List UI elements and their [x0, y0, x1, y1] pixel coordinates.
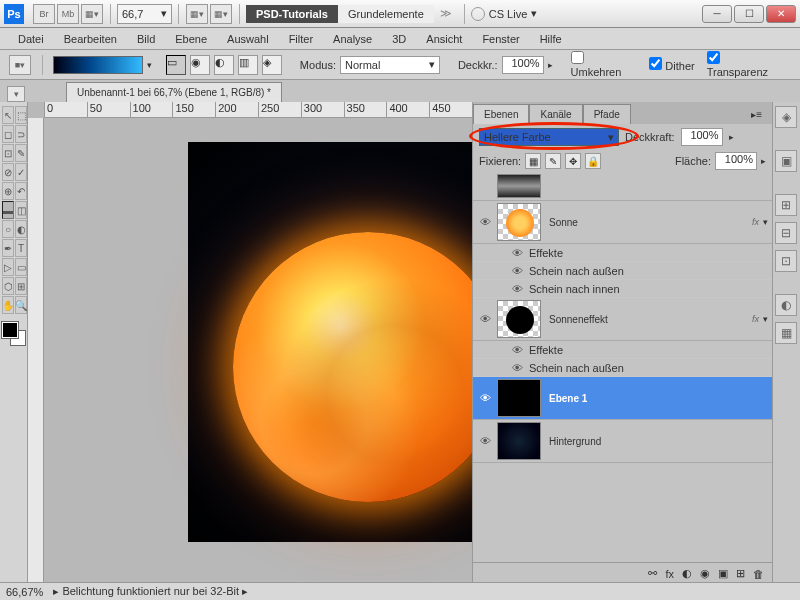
menu-analyse[interactable]: Analyse — [323, 30, 382, 48]
document-tab[interactable]: Unbenannt-1 bei 66,7% (Ebene 1, RGB/8) * — [66, 82, 282, 102]
canvas-area[interactable]: 050100150200250300350400450 — [28, 102, 472, 582]
pen-tool[interactable]: ✒ — [2, 239, 14, 257]
crop-tool[interactable]: ⊡ — [2, 144, 14, 162]
spot-heal-tool[interactable]: ⊘ — [2, 163, 14, 181]
paragraph-dock-icon[interactable]: ⊟ — [775, 222, 797, 244]
menu-ebene[interactable]: Ebene — [165, 30, 217, 48]
visibility-icon[interactable]: 👁 — [477, 311, 493, 327]
path-select-tool[interactable]: ▷ — [2, 258, 14, 276]
layer-thumb-hintergrund[interactable] — [497, 422, 541, 460]
opacity-input[interactable]: 100% — [502, 56, 544, 74]
shape-tool[interactable]: ▭ — [15, 258, 27, 276]
screen-mode-button[interactable]: ▦▾ — [81, 4, 103, 24]
blur-tool[interactable]: ○ — [2, 220, 14, 238]
layer-sonne[interactable]: 👁 Sonne fx▾ — [473, 201, 772, 244]
visibility-icon[interactable] — [477, 178, 493, 194]
styles-dock-icon[interactable]: ⊡ — [775, 250, 797, 272]
type-tool[interactable]: T — [15, 239, 27, 257]
layer-hintergrund[interactable]: 👁 Hintergrund — [473, 420, 772, 463]
character-dock-icon[interactable]: ⊞ — [775, 194, 797, 216]
gradient-linear[interactable]: ▭ — [166, 55, 186, 75]
expand-icon[interactable]: ≫ — [440, 7, 452, 20]
menu-auswahl[interactable]: Auswahl — [217, 30, 279, 48]
layer-ebene1[interactable]: 👁 Ebene 1 — [473, 377, 772, 420]
blend-mode-dropdown[interactable]: Hellere Farbe▾ — [479, 128, 619, 146]
menu-3d[interactable]: 3D — [382, 30, 416, 48]
layer-thumb-sonneneffekt[interactable] — [497, 300, 541, 338]
visibility-icon[interactable]: 👁 — [509, 245, 525, 261]
lock-position-icon[interactable]: ✥ — [565, 153, 581, 169]
visibility-icon[interactable]: 👁 — [509, 263, 525, 279]
layers-dock-icon[interactable]: ◈ — [775, 106, 797, 128]
layer-sonneneffekt[interactable]: 👁 Sonneneffekt fx▾ — [473, 298, 772, 341]
adjustment-layer-icon[interactable]: ◉ — [700, 567, 710, 580]
menu-bild[interactable]: Bild — [127, 30, 165, 48]
adjustments-dock-icon[interactable]: ▣ — [775, 150, 797, 172]
zoom-tool[interactable]: 🔍 — [15, 296, 27, 314]
menu-datei[interactable]: Datei — [8, 30, 54, 48]
workspace-grundelemente[interactable]: Grundelemente — [338, 5, 434, 23]
visibility-icon[interactable]: 👁 — [509, 342, 525, 358]
arrange-button[interactable]: ▦▾ — [210, 4, 232, 24]
fx-badge[interactable]: fx — [752, 217, 759, 227]
visibility-icon[interactable]: 👁 — [509, 360, 525, 376]
color-picker[interactable] — [2, 322, 26, 346]
menu-filter[interactable]: Filter — [279, 30, 323, 48]
menu-hilfe[interactable]: Hilfe — [530, 30, 572, 48]
workspace-psd-tutorials[interactable]: PSD-Tutorials — [246, 5, 338, 23]
tab-pfade[interactable]: Pfade — [583, 104, 631, 124]
group-icon[interactable]: ▣ — [718, 567, 728, 580]
layer-mask-icon[interactable]: ◐ — [682, 567, 692, 580]
cslive-button[interactable]: CS Live▾ — [471, 7, 538, 21]
clone-tool[interactable]: ⊕ — [2, 182, 14, 200]
visibility-icon[interactable]: 👁 — [509, 281, 525, 297]
hand-tool[interactable]: ✋ — [2, 296, 14, 314]
extras-button[interactable]: ▦▾ — [186, 4, 208, 24]
foreground-color[interactable] — [2, 322, 18, 338]
layer-thumb-clouds[interactable] — [497, 174, 541, 198]
canvas[interactable] — [188, 142, 472, 542]
layer-thumb-ebene1[interactable] — [497, 379, 541, 417]
lasso-tool[interactable]: ⊃ — [15, 125, 27, 143]
zoom-select[interactable]: 66,7▾ — [117, 4, 172, 24]
dodge-tool[interactable]: ◐ — [15, 220, 27, 238]
gradient-diamond[interactable]: ◈ — [262, 55, 282, 75]
menu-ansicht[interactable]: Ansicht — [416, 30, 472, 48]
visibility-icon[interactable]: 👁 — [477, 433, 493, 449]
menu-bearbeiten[interactable]: Bearbeiten — [54, 30, 127, 48]
tool-preset-button[interactable]: ■▾ — [9, 55, 31, 75]
close-button[interactable]: ✕ — [766, 5, 796, 23]
doc-history-button[interactable]: ▾ — [7, 86, 25, 102]
transparency-checkbox[interactable]: Transparenz — [707, 51, 784, 78]
eyedropper-tool[interactable]: ✎ — [15, 144, 27, 162]
tab-ebenen[interactable]: Ebenen — [473, 104, 529, 124]
artboard-tool[interactable]: ⬚ — [15, 106, 27, 124]
panel-menu-icon[interactable]: ▸≡ — [741, 105, 772, 124]
gradient-radial[interactable]: ◉ — [190, 55, 210, 75]
brush-tool[interactable]: ✓ — [15, 163, 27, 181]
new-layer-icon[interactable]: ⊞ — [736, 567, 745, 580]
layer-thumb-sonne[interactable] — [497, 203, 541, 241]
reverse-checkbox[interactable]: Umkehren — [571, 51, 638, 78]
layer-fx-icon[interactable]: fx — [665, 568, 674, 580]
gradient-swatch[interactable] — [53, 56, 143, 74]
dither-checkbox[interactable]: Dither — [649, 57, 694, 72]
history-brush-tool[interactable]: ↶ — [15, 182, 27, 200]
move-tool[interactable]: ↖ — [2, 106, 14, 124]
layer-opacity-input[interactable]: 100% — [681, 128, 723, 146]
maximize-button[interactable]: ☐ — [734, 5, 764, 23]
menu-fenster[interactable]: Fenster — [472, 30, 529, 48]
visibility-icon[interactable]: 👁 — [477, 214, 493, 230]
fx-badge[interactable]: fx — [752, 314, 759, 324]
lock-transparency-icon[interactable]: ▦ — [525, 153, 541, 169]
visibility-icon[interactable]: 👁 — [477, 390, 493, 406]
gradient-tool[interactable]: ▬ — [2, 201, 14, 219]
lock-all-icon[interactable]: 🔒 — [585, 153, 601, 169]
eraser-tool[interactable]: ◫ — [15, 201, 27, 219]
marquee-tool[interactable]: ◻ — [2, 125, 14, 143]
tab-kanaele[interactable]: Kanäle — [529, 104, 582, 124]
swatches-dock-icon[interactable]: ▦ — [775, 322, 797, 344]
fill-input[interactable]: 100% — [715, 152, 757, 170]
lock-pixels-icon[interactable]: ✎ — [545, 153, 561, 169]
minimize-button[interactable]: ─ — [702, 5, 732, 23]
